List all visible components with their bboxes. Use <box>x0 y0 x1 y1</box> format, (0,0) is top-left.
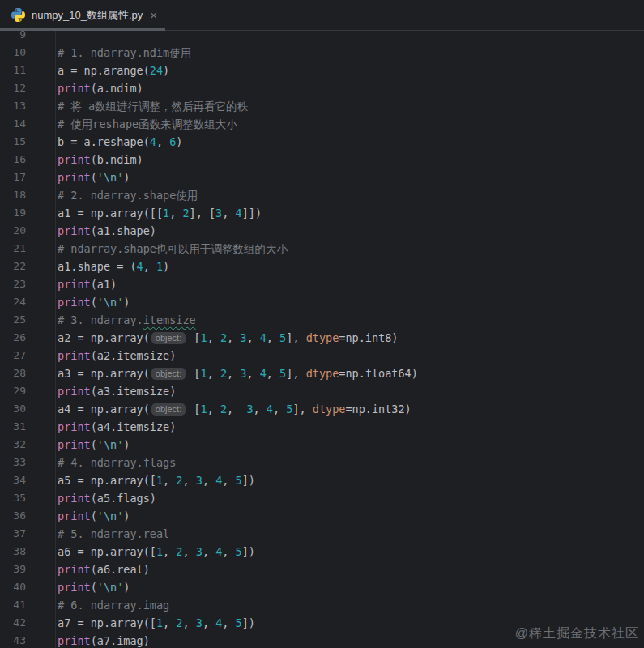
code-line[interactable]: 22a1.shape = (4, 1) <box>0 258 644 275</box>
code-token: , <box>227 331 240 344</box>
code-token: ], [ <box>190 207 216 220</box>
line-number[interactable]: 12 <box>0 79 26 97</box>
code-line[interactable]: 21# ndarray.shape也可以用于调整数组的大小 <box>0 240 644 258</box>
gutter-space <box>26 525 56 543</box>
code-token: ( <box>91 581 97 594</box>
line-number[interactable]: 10 <box>0 44 26 62</box>
code-line[interactable]: 31print(a4.itemsize) <box>0 418 644 436</box>
code-token: , <box>143 260 156 273</box>
line-number[interactable]: 42 <box>0 614 26 632</box>
line-number[interactable]: 33 <box>0 454 26 471</box>
line-number[interactable]: 27 <box>0 347 26 364</box>
line-number[interactable]: 22 <box>0 258 26 275</box>
line-number[interactable]: 23 <box>0 275 26 293</box>
code-line[interactable]: 28a3 = np.array(object: [1, 2, 3, 4, 5],… <box>0 364 644 382</box>
code-line[interactable]: 36print('\n') <box>0 507 644 525</box>
line-number[interactable]: 31 <box>0 418 26 436</box>
gutter-space <box>26 347 56 364</box>
code-line[interactable]: 17print('\n') <box>0 168 644 186</box>
code-token: ' <box>97 509 104 522</box>
line-number[interactable]: 40 <box>0 578 26 596</box>
code-text: print(b.ndim) <box>56 151 143 168</box>
code-token: a6 = np.array([ <box>58 545 156 558</box>
line-number[interactable]: 16 <box>0 151 26 168</box>
line-number[interactable]: 19 <box>0 204 26 222</box>
code-line[interactable]: 33# 4. ndarray.flags <box>0 454 644 471</box>
code-token: print <box>58 509 91 522</box>
code-token: 3 <box>196 474 203 487</box>
line-number[interactable]: 15 <box>0 133 26 151</box>
code-line[interactable]: 12print(a.ndim) <box>0 79 644 97</box>
line-number[interactable]: 36 <box>0 507 26 525</box>
line-number[interactable]: 14 <box>0 115 26 133</box>
code-line[interactable]: 37# 5. ndarray.real <box>0 525 644 543</box>
code-token: a1.shape = ( <box>58 260 137 273</box>
line-number[interactable]: 32 <box>0 436 26 454</box>
line-number[interactable]: 35 <box>0 489 26 507</box>
code-line[interactable]: 26a2 = np.array(object: [1, 2, 3, 4, 5],… <box>0 329 644 347</box>
line-number[interactable]: 39 <box>0 561 26 578</box>
inlay-hint[interactable]: object: <box>151 403 186 416</box>
line-number[interactable]: 25 <box>0 311 26 329</box>
code-token: , <box>163 545 176 558</box>
code-line[interactable]: 14# 使用reshape函数来调整数组大小 <box>0 115 644 133</box>
line-number[interactable]: 43 <box>0 632 26 648</box>
line-number[interactable]: 21 <box>0 240 26 258</box>
code-line[interactable]: 27print(a2.itemsize) <box>0 347 644 364</box>
code-line[interactable]: 23print(a1) <box>0 275 644 293</box>
gutter-space <box>26 97 56 115</box>
code-text: a7 = np.array([1, 2, 3, 4, 5]) <box>56 614 255 632</box>
code-line[interactable]: 32print('\n') <box>0 436 644 454</box>
code-token: # 将 a数组进行调整，然后再看它的秩 <box>58 100 248 113</box>
code-token: , <box>222 207 235 220</box>
code-line[interactable]: 18# 2. ndarray.shape使用 <box>0 186 644 204</box>
code-token: [ <box>187 403 200 416</box>
line-number[interactable]: 29 <box>0 382 26 400</box>
code-token: 4 <box>137 260 143 273</box>
line-number[interactable]: 13 <box>0 97 26 115</box>
line-number[interactable]: 28 <box>0 364 26 382</box>
code-line[interactable]: 29print(a3.itemsize) <box>0 382 644 400</box>
code-line[interactable]: 35print(a5.flags) <box>0 489 644 507</box>
inlay-hint[interactable]: object: <box>151 368 186 380</box>
code-text: print(a5.flags) <box>56 489 156 507</box>
code-line[interactable]: 34a5 = np.array([1, 2, 3, 4, 5]) <box>0 471 644 489</box>
code-line[interactable]: 41# 6. ndarray.imag <box>0 596 644 614</box>
code-token: ( <box>91 296 97 309</box>
line-number[interactable]: 18 <box>0 186 26 204</box>
gutter-space <box>26 507 56 525</box>
tab-numpy-file[interactable]: numpy_10_数组属性.py × <box>0 0 165 30</box>
code-line[interactable]: 13# 将 a数组进行调整，然后再看它的秩 <box>0 97 644 115</box>
code-line[interactable]: 25# 3. ndarray.itemsize <box>0 311 644 329</box>
code-line[interactable]: 19a1 = np.array([[1, 2], [3, 4]]) <box>0 204 644 222</box>
line-number[interactable]: 17 <box>0 168 26 186</box>
code-line[interactable]: 15b = a.reshape(4, 6) <box>0 133 644 151</box>
code-line[interactable]: 30a4 = np.array(object: [1, 2, 3, 4, 5],… <box>0 400 644 418</box>
code-token: 1 <box>156 474 163 487</box>
code-token: \n <box>104 171 117 184</box>
line-number[interactable]: 34 <box>0 471 26 489</box>
line-number[interactable]: 38 <box>0 543 26 561</box>
code-line[interactable]: 20print(a1.shape) <box>0 222 644 240</box>
line-number[interactable]: 11 <box>0 62 26 79</box>
code-line[interactable]: 16print(b.ndim) <box>0 151 644 168</box>
code-line[interactable]: 38a6 = np.array([1, 2, 3, 4, 5]) <box>0 543 644 561</box>
code-token: ]) <box>242 545 255 558</box>
editor-area[interactable]: 910# 1. ndarray.ndim使用11a = np.arange(24… <box>0 26 644 648</box>
tab-close-icon[interactable]: × <box>150 9 157 21</box>
inlay-hint[interactable]: object: <box>151 332 186 344</box>
line-number[interactable]: 20 <box>0 222 26 240</box>
code-line[interactable]: 24print('\n') <box>0 293 644 311</box>
code-token: , <box>182 545 195 558</box>
code-token: ], <box>292 403 312 416</box>
line-number[interactable]: 24 <box>0 293 26 311</box>
line-number[interactable]: 37 <box>0 525 26 543</box>
code-line[interactable]: 10# 1. ndarray.ndim使用 <box>0 44 644 62</box>
code-line[interactable]: 11a = np.arange(24) <box>0 62 644 79</box>
line-number[interactable]: 30 <box>0 400 26 418</box>
code-token: 1 <box>156 260 163 273</box>
line-number[interactable]: 26 <box>0 329 26 347</box>
code-line[interactable]: 40print('\n') <box>0 578 644 596</box>
line-number[interactable]: 41 <box>0 596 26 614</box>
code-line[interactable]: 39print(a6.real) <box>0 561 644 578</box>
